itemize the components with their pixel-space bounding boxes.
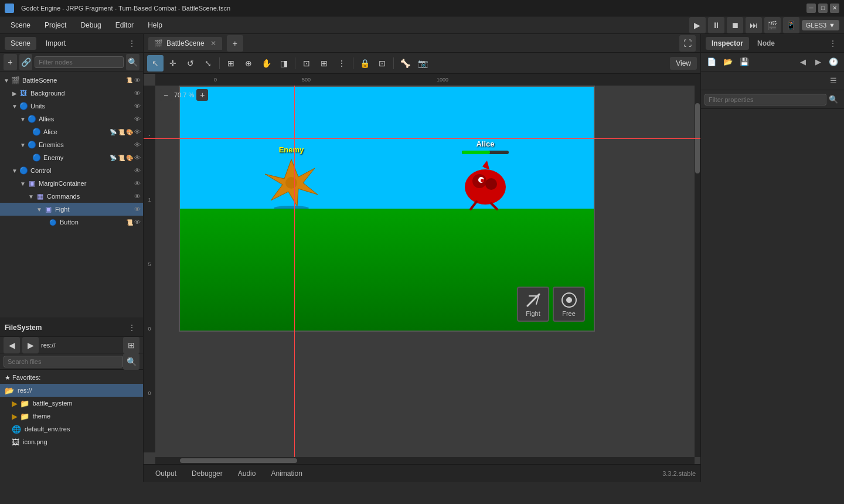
add-node-button[interactable]: + [4,54,17,70]
move-tool[interactable]: ✛ [165,55,181,71]
view-button[interactable]: View [670,57,697,70]
play-button[interactable]: ▶ [689,17,706,33]
menu-debug[interactable]: Debug [74,19,107,32]
tree-item-enemies[interactable]: ▼ 🔵 Enemies 👁 [0,138,143,151]
scale-tool[interactable]: ⤡ [200,55,216,71]
visibility-eye[interactable]: 👁 [134,77,141,84]
group-tool[interactable]: ⊡ [298,55,315,71]
inspector-menu-button[interactable]: ⋮ [826,37,839,50]
fs-forward-button[interactable]: ▶ [22,337,39,353]
viewport-tab-battlescene[interactable]: 🎬 BattleScene ✕ [148,37,222,50]
link-node-button[interactable]: 🔗 [19,54,33,70]
pan-tool[interactable]: ✋ [258,55,274,71]
movie-button[interactable]: 🎬 [764,17,781,33]
visibility-eye[interactable]: 👁 [134,128,141,135]
tree-item-fight[interactable]: ▼ ▣ Fight 👁 [0,203,143,216]
more-tool[interactable]: ⋮ [333,55,350,71]
tree-item-allies[interactable]: ▼ 🔵 Allies 👁 [0,113,143,125]
tree-item-units[interactable]: ▼ 🔵 Units 👁 [0,100,143,113]
free-button[interactable]: Free [553,287,585,322]
fs-layout-button[interactable]: ⊞ [123,337,139,353]
camera-tool[interactable]: 📷 [414,55,431,71]
search-files-input[interactable] [4,356,123,367]
visibility-eye[interactable]: 👁 [134,141,141,148]
tab-inspector[interactable]: Inspector [706,37,749,50]
add-tab-button[interactable]: + [227,35,243,52]
fs-item-default-env[interactable]: 🌐 default_env.tres [0,423,143,435]
tree-item-control[interactable]: ▼ 🔵 Control 👁 [0,164,143,177]
visibility-eye[interactable]: 👁 [134,219,141,226]
visibility-eye[interactable]: 👁 [134,193,141,200]
inspector-back-button[interactable]: ◀ [796,55,810,69]
inspector-save-button[interactable]: 💾 [737,55,751,69]
tree-item-button[interactable]: 🔵 Button 📜 👁 [0,216,143,229]
group-lock-tool[interactable]: ⊡ [374,55,390,71]
visibility-eye[interactable]: 👁 [134,167,141,174]
tree-item-alice[interactable]: 🔵 Alice 📡 📜 🎨 👁 [0,125,143,138]
step-button[interactable]: ⏭ [746,17,762,33]
visibility-eye[interactable]: 👁 [134,206,141,213]
inspector-open-button[interactable]: 📂 [721,55,735,69]
menu-scene[interactable]: Scene [5,19,36,32]
fs-item-res[interactable]: 📂 res:// [0,384,143,397]
horizontal-scrollbar[interactable] [155,457,695,464]
filter-nodes-input[interactable] [35,56,124,68]
visibility-eye[interactable]: 👁 [134,154,141,161]
menu-editor[interactable]: Editor [110,19,139,32]
visibility-eye[interactable]: 👁 [134,90,141,97]
viewport-tab-close[interactable]: ✕ [210,39,216,47]
select-tool[interactable]: ↖ [147,55,164,71]
fs-item-icon[interactable]: 🖼 icon.png [0,435,143,448]
fs-item-battle-system[interactable]: ▶ 📁 battle_system [0,397,143,410]
visibility-eye[interactable]: 👁 [134,180,141,187]
close-button[interactable]: ✕ [830,4,839,13]
renderer-selector[interactable]: GLES3 ▼ [802,20,839,30]
zoom-out-button[interactable]: − [160,89,172,101]
deploy-button[interactable]: 📱 [783,17,799,33]
menu-help[interactable]: Help [142,19,168,32]
fs-back-button[interactable]: ◀ [4,337,20,353]
pause-button[interactable]: ⏸ [708,17,724,33]
maximize-button[interactable]: □ [818,4,828,13]
search-nodes-button[interactable]: 🔍 [126,54,139,70]
pivot-tool[interactable]: ⊕ [240,55,257,71]
tree-item-margincontainer[interactable]: ▼ ▣ MarginContainer 👁 [0,177,143,190]
tab-debugger[interactable]: Debugger [185,467,230,480]
rotate-tool[interactable]: ↺ [182,55,199,71]
fs-search-button[interactable]: 🔍 [123,353,139,370]
lock-tool[interactable]: 🔒 [356,55,373,71]
stop-button[interactable]: ⏹ [727,17,743,33]
fs-item-theme[interactable]: ▶ 📁 theme [0,410,143,423]
inspector-history-button[interactable]: 🕐 [826,55,840,69]
filter-properties-input[interactable] [705,94,826,105]
menu-project[interactable]: Project [39,19,72,32]
scene-menu-button[interactable]: ⋮ [125,37,138,50]
fullscreen-button[interactable]: ⛶ [679,35,696,52]
snap-grid-tool[interactable]: ⊞ [223,55,239,71]
tab-audio[interactable]: Audio [231,467,263,480]
zoom-in-button[interactable]: + [196,89,208,101]
fs-menu-button[interactable]: ⋮ [125,321,138,334]
mode-tool[interactable]: ◨ [275,55,292,71]
tab-import[interactable]: Import [40,37,72,50]
visibility-eye[interactable]: 👁 [134,103,141,110]
fight-button[interactable]: Fight [517,287,549,322]
inspector-categories-button[interactable]: ☰ [826,74,840,88]
tree-item-background[interactable]: ▶ 🖼 Background 👁 [0,87,143,100]
tab-node[interactable]: Node [751,37,781,50]
h-scroll-thumb[interactable] [180,458,297,463]
tab-animation[interactable]: Animation [264,467,309,480]
inspector-file-button[interactable]: 📄 [705,55,719,69]
minimize-button[interactable]: ─ [806,4,816,13]
tree-item-battlescene[interactable]: ▼ 🎬 BattleScene 📜 👁 [0,74,143,87]
inspector-search-button[interactable]: 🔍 [826,93,840,107]
vertical-scrollbar[interactable] [695,86,700,457]
inspector-forward-button[interactable]: ▶ [811,55,825,69]
tree-item-commands[interactable]: ▼ ▦ Commands 👁 [0,190,143,203]
layout-tool[interactable]: ⊞ [316,55,332,71]
tree-item-enemy[interactable]: 🔵 Enemy 📡 📜 🎨 👁 [0,151,143,164]
bone-tool[interactable]: 🦴 [397,55,413,71]
visibility-eye[interactable]: 👁 [134,115,141,122]
tab-scene[interactable]: Scene [5,37,36,50]
tab-output[interactable]: Output [148,467,183,480]
